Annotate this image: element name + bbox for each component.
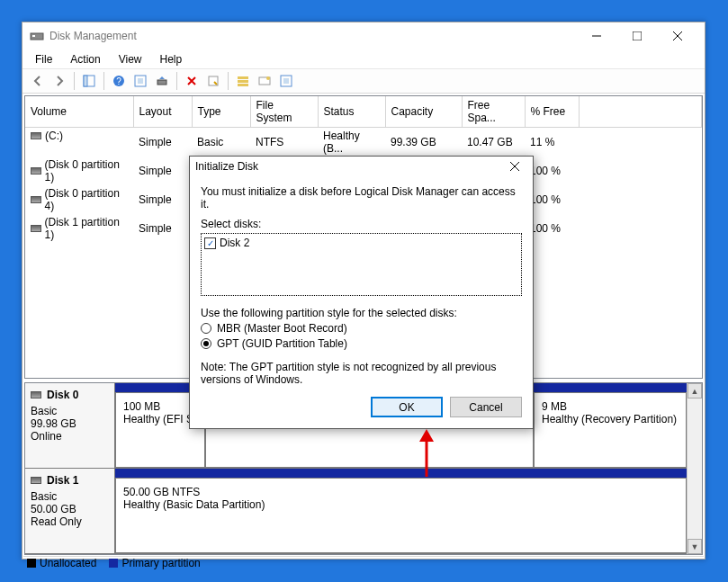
svg-rect-15 xyxy=(238,84,248,86)
vertical-scrollbar[interactable]: ▲ ▼ xyxy=(687,383,702,554)
primary-swatch xyxy=(109,559,118,568)
svg-rect-3 xyxy=(633,31,642,40)
svg-text:?: ? xyxy=(116,76,121,86)
disk-selection-list[interactable]: ✓ Disk 2 xyxy=(201,233,522,296)
drive-icon xyxy=(31,391,41,398)
svg-rect-1 xyxy=(32,35,35,37)
toolbar: ? xyxy=(22,68,705,94)
initialize-disk-dialog: Initialize Disk You must initialize a di… xyxy=(189,156,534,429)
help-button[interactable]: ? xyxy=(109,71,129,91)
forward-button[interactable] xyxy=(49,71,69,91)
minimize-button[interactable] xyxy=(576,23,616,49)
scroll-down-button[interactable]: ▼ xyxy=(688,539,702,554)
col-type[interactable]: Type xyxy=(192,96,250,128)
dialog-note: Note: The GPT partition style is not rec… xyxy=(201,361,522,386)
svg-rect-7 xyxy=(84,76,87,86)
drive-icon xyxy=(31,132,41,139)
delete-button[interactable] xyxy=(182,71,202,91)
svg-rect-14 xyxy=(238,80,248,83)
drive-icon xyxy=(31,196,41,203)
maximize-button[interactable] xyxy=(616,23,657,49)
unallocated-label: Unallocated xyxy=(40,557,96,569)
svg-rect-13 xyxy=(238,76,248,79)
disk-label-0: Disk 0 Basic 99.98 GB Online xyxy=(25,383,115,468)
scroll-up-button[interactable]: ▲ xyxy=(688,383,702,398)
cancel-button[interactable]: Cancel xyxy=(450,397,522,417)
col-pctfree[interactable]: % Free xyxy=(525,96,579,128)
disk-checkbox-row[interactable]: ✓ Disk 2 xyxy=(204,237,518,249)
settings-button[interactable] xyxy=(276,71,296,91)
dialog-instruction: You must initialize a disk before Logica… xyxy=(201,185,522,210)
disk-row-1[interactable]: Disk 1 Basic 50.00 GB Read Only 50.00 GB… xyxy=(25,469,687,554)
partition[interactable]: 9 MB Healthy (Recovery Partition) xyxy=(534,392,687,468)
disk-label-1: Disk 1 Basic 50.00 GB Read Only xyxy=(25,469,115,553)
col-status[interactable]: Status xyxy=(318,96,385,128)
close-icon xyxy=(510,162,519,171)
primary-label: Primary partition xyxy=(121,557,200,569)
refresh-button[interactable] xyxy=(130,71,150,91)
unallocated-swatch xyxy=(27,559,36,568)
disk-item-label: Disk 2 xyxy=(220,237,249,249)
menu-action[interactable]: Action xyxy=(61,51,109,67)
col-filesystem[interactable]: File System xyxy=(250,96,318,128)
drive-icon xyxy=(31,477,41,484)
checkbox-checked-icon[interactable]: ✓ xyxy=(204,237,216,249)
col-freespace[interactable]: Free Spa... xyxy=(462,96,525,128)
ok-button[interactable]: OK xyxy=(371,397,443,417)
svg-rect-19 xyxy=(283,78,289,84)
radio-unchecked-icon xyxy=(201,323,211,334)
menubar: File Action View Help xyxy=(22,49,705,68)
menu-help[interactable]: Help xyxy=(151,51,192,67)
menu-file[interactable]: File xyxy=(26,51,61,67)
partition-style-label: Use the following partition style for th… xyxy=(201,307,522,319)
radio-checked-icon xyxy=(201,338,211,349)
window-title: Disk Management xyxy=(30,29,576,43)
back-button[interactable] xyxy=(28,71,48,91)
radio-gpt[interactable]: GPT (GUID Partition Table) xyxy=(201,337,522,350)
col-layout[interactable]: Layout xyxy=(133,96,192,128)
graphical-view-button[interactable] xyxy=(255,71,274,91)
app-icon xyxy=(30,29,44,43)
dialog-close-button[interactable] xyxy=(502,157,527,175)
svg-point-17 xyxy=(266,76,270,80)
drive-icon xyxy=(31,225,41,232)
close-button[interactable] xyxy=(657,23,697,49)
volume-list-button[interactable] xyxy=(233,71,253,91)
svg-rect-11 xyxy=(157,80,166,85)
menu-view[interactable]: View xyxy=(110,51,151,67)
titlebar: Disk Management xyxy=(22,22,705,49)
radio-mbr[interactable]: MBR (Master Boot Record) xyxy=(201,322,522,335)
col-capacity[interactable]: Capacity xyxy=(385,96,462,128)
partition[interactable]: 50.00 GB NTFS Healthy (Basic Data Partit… xyxy=(115,478,687,553)
properties-button[interactable] xyxy=(203,71,223,91)
legend: Unallocated Primary partition xyxy=(23,556,704,569)
show-hide-tree-button[interactable] xyxy=(79,71,99,91)
select-disks-label: Select disks: xyxy=(201,218,522,230)
table-row[interactable]: (C:)SimpleBasicNTFSHealthy (B...99.39 GB… xyxy=(25,128,702,157)
rescan-disks-button[interactable] xyxy=(152,71,172,91)
col-volume[interactable]: Volume xyxy=(25,96,133,128)
dialog-title: Initialize Disk xyxy=(195,160,502,173)
drive-icon xyxy=(31,167,41,175)
